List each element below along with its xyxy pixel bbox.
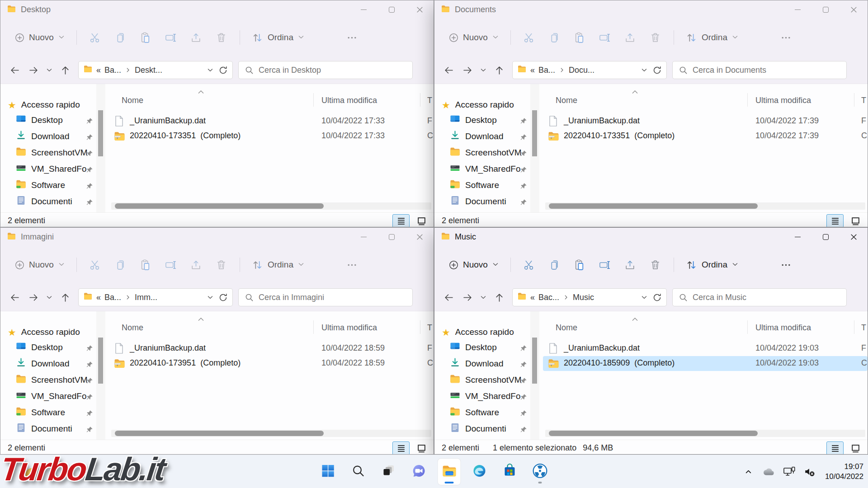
back-button[interactable] [439, 61, 458, 80]
back-button[interactable] [439, 288, 458, 307]
column-divider[interactable] [420, 93, 420, 107]
up-button[interactable] [490, 61, 509, 80]
file-row[interactable]: _UraniumBackup.dat10/04/2022 17:33F [109, 114, 434, 129]
breadcrumb-prefix[interactable]: « [96, 293, 101, 302]
search-box[interactable]: Cerca in Music [672, 288, 847, 306]
rename-button[interactable] [160, 27, 182, 48]
sidebar-scrollbar[interactable] [96, 84, 105, 212]
breadcrumb-item[interactable]: Imm... [135, 293, 157, 302]
network-icon[interactable] [783, 463, 796, 481]
paste-button[interactable] [568, 254, 591, 275]
copy-button[interactable] [543, 254, 566, 275]
recent-locations-button[interactable] [43, 61, 56, 80]
details-view-button[interactable] [392, 441, 410, 455]
search-box[interactable]: Cerca in Desktop [238, 61, 413, 79]
file-row[interactable]: 20220410-173351 (Completo)10/04/2022 17:… [109, 129, 434, 144]
sort-button[interactable]: Ordina [245, 28, 311, 48]
breadcrumb-item[interactable]: Docu... [569, 66, 594, 75]
address-bar[interactable]: « Ba... Deskt... [78, 61, 233, 79]
share-button[interactable] [185, 254, 208, 275]
sidebar-item-download[interactable]: Download [434, 356, 529, 372]
sidebar-item-desktop[interactable]: Desktop [434, 112, 529, 128]
horizontal-scrollbar[interactable] [545, 430, 865, 437]
copy-button[interactable] [109, 254, 132, 275]
sidebar-item-documenti[interactable]: Documenti [434, 193, 529, 210]
more-options-button[interactable] [340, 27, 363, 48]
column-header-modified[interactable]: Ultima modifica [321, 323, 377, 333]
column-divider[interactable] [313, 93, 314, 107]
address-dropdown-icon[interactable] [641, 294, 648, 301]
sidebar-scrollbar[interactable] [530, 311, 539, 440]
up-button[interactable] [56, 288, 75, 307]
column-header-name[interactable]: Nome [556, 96, 577, 105]
tray-chevron-icon[interactable] [742, 463, 755, 481]
sidebar-item-download[interactable]: Download [0, 356, 95, 372]
close-button[interactable] [406, 228, 434, 246]
rename-button[interactable] [594, 27, 616, 48]
breadcrumb-item[interactable]: Ba... [104, 293, 121, 302]
delete-button[interactable] [210, 27, 233, 48]
column-divider[interactable] [747, 93, 748, 107]
copy-button[interactable] [109, 27, 132, 48]
start-button[interactable] [317, 459, 340, 485]
new-button[interactable]: Nuovo [443, 28, 505, 47]
scrollbar-thumb[interactable] [532, 338, 537, 384]
breadcrumb-prefix[interactable]: « [530, 66, 535, 75]
forward-button[interactable] [458, 61, 477, 80]
sidebar-item-vm-sharedfo[interactable]: VM_SharedFo [434, 388, 529, 404]
file-explorer-button[interactable] [438, 459, 461, 485]
horizontal-scrollbar[interactable] [111, 430, 431, 437]
column-header-name[interactable]: Nome [122, 323, 143, 333]
forward-button[interactable] [458, 288, 477, 307]
cut-button[interactable] [84, 27, 106, 48]
close-button[interactable] [840, 228, 868, 246]
column-divider[interactable] [313, 320, 314, 334]
address-dropdown-icon[interactable] [207, 294, 214, 301]
column-header-modified[interactable]: Ultima modifica [755, 323, 811, 333]
up-button[interactable] [56, 61, 75, 80]
copy-button[interactable] [543, 27, 566, 48]
sort-button[interactable]: Ordina [679, 28, 745, 48]
address-dropdown-icon[interactable] [207, 66, 214, 74]
details-view-button[interactable] [826, 214, 844, 227]
sidebar-item-software[interactable]: Software [434, 177, 529, 193]
sidebar-item-software[interactable]: Software [434, 404, 529, 421]
store-button[interactable] [499, 459, 521, 485]
sidebar-scrollbar[interactable] [96, 311, 105, 440]
sort-button[interactable]: Ordina [679, 255, 745, 275]
column-header-type-fragment[interactable]: T [427, 96, 432, 105]
scrollbar-thumb[interactable] [549, 431, 758, 436]
address-dropdown-icon[interactable] [641, 66, 648, 74]
scrollbar-thumb[interactable] [115, 203, 324, 209]
quick-access-header[interactable]: ★ Accesso rapido [434, 325, 529, 339]
recent-locations-button[interactable] [43, 288, 56, 307]
large-icons-view-button[interactable] [413, 441, 430, 455]
column-header-name[interactable]: Nome [556, 323, 577, 333]
breadcrumb-item[interactable]: Ba... [104, 66, 121, 75]
sidebar-item-desktop[interactable]: Desktop [0, 339, 95, 356]
sidebar-item-documenti[interactable]: Documenti [0, 193, 95, 210]
task-view-button[interactable] [377, 459, 400, 485]
new-button[interactable]: Nuovo [9, 256, 71, 274]
sidebar-item-vm-sharedfo[interactable]: VM_SharedFo [434, 161, 529, 177]
address-bar[interactable]: « Ba... Imm... [78, 288, 233, 306]
scrollbar-thumb[interactable] [115, 431, 324, 436]
cut-button[interactable] [84, 254, 106, 275]
rename-button[interactable] [160, 254, 182, 275]
new-button[interactable]: Nuovo [9, 28, 71, 47]
share-button[interactable] [619, 254, 642, 275]
search-box[interactable]: Cerca in Documents [672, 61, 847, 79]
edge-button[interactable] [468, 459, 491, 485]
forward-button[interactable] [24, 61, 43, 80]
scrollbar-thumb[interactable] [549, 203, 758, 209]
refresh-icon[interactable] [652, 66, 662, 75]
minimize-button[interactable] [783, 0, 811, 19]
quick-access-header[interactable]: ★ Accesso rapido [0, 325, 95, 339]
close-button[interactable] [840, 0, 868, 19]
file-row[interactable]: 20220410-173351 (Completo)10/04/2022 17:… [543, 129, 868, 144]
close-button[interactable] [406, 0, 434, 19]
sidebar-item-documenti[interactable]: Documenti [434, 421, 529, 437]
address-bar[interactable]: « Ba... Docu... [512, 61, 667, 79]
scrollbar-thumb[interactable] [98, 110, 103, 156]
paste-button[interactable] [568, 27, 591, 48]
